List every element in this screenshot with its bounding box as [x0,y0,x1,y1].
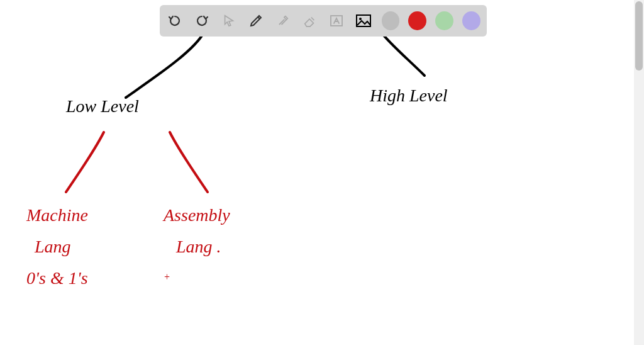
pointer-button[interactable] [220,11,238,30]
svg-point-2 [359,18,362,20]
redo-button[interactable] [193,11,211,30]
text-assembly: Assembly [164,205,230,226]
image-button[interactable] [355,11,373,30]
svg-rect-1 [357,15,370,26]
tools-button[interactable] [274,11,292,30]
undo-icon [167,13,182,28]
pencil-icon [248,13,264,28]
eraser-icon [303,14,318,28]
tools-icon [276,14,290,28]
undo-button[interactable] [166,11,184,30]
text-high-level: High Level [370,85,448,106]
color-swatch-grey[interactable] [382,11,400,30]
text-machine-binary: 0's & 1's [26,268,88,289]
pointer-icon [222,14,236,28]
text-button[interactable] [328,11,346,30]
scrollbar-thumb[interactable] [635,1,643,71]
pencil-button[interactable] [247,11,265,30]
text-icon [329,13,344,28]
scrollbar-track[interactable] [634,0,644,345]
color-swatch-green[interactable] [435,11,453,30]
drawing-strokes [0,0,644,345]
redo-icon [194,13,209,28]
text-assembly-lang: Lang . [176,236,221,257]
image-icon [355,13,372,28]
text-stray-mark: + [164,271,170,283]
color-swatch-purple[interactable] [462,11,480,30]
text-machine: Machine [26,205,88,226]
drawing-toolbar [160,5,487,37]
text-low-level: Low Level [66,96,139,117]
eraser-button[interactable] [301,11,319,30]
text-machine-lang: Lang [35,236,71,257]
color-swatch-red[interactable] [408,11,426,30]
whiteboard-stage: Low Level High Level Machine Lang 0's & … [0,0,644,345]
